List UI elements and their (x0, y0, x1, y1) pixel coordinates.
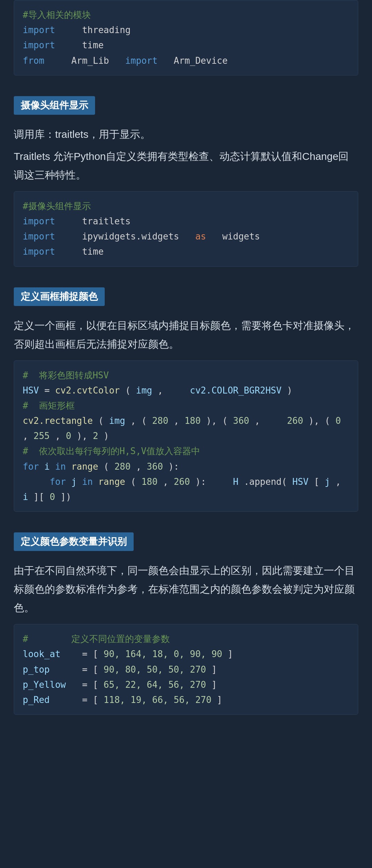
range-func-1: range (71, 461, 98, 472)
frame-section-header: 定义画框捕捉颜色 (14, 287, 105, 306)
append-text: .append( (244, 477, 287, 487)
p-yellow-values: 65, 22, 64, 56, 270 (104, 680, 206, 690)
paren-1: ( (125, 385, 131, 396)
color-section-header: 定义颜色参数变量并识别 (14, 532, 134, 551)
j-var: j (71, 477, 77, 487)
p-red-close: ] (217, 695, 223, 705)
rect-comma-1: , ( (131, 416, 147, 426)
num-2: 2 (93, 431, 99, 441)
num-360: 360 (233, 416, 249, 426)
rect-paren-close: ) (104, 431, 109, 441)
camera-comment-text: #摄像头组件显示 (23, 201, 91, 211)
p-top-close: ] (211, 664, 217, 675)
range-comment-line: # 依次取出每行每列的H,S,V值放入容器中 (23, 443, 349, 459)
look-at-var: look_at (23, 649, 61, 659)
h-var: H (233, 477, 239, 487)
comma-1: , (157, 385, 184, 396)
import-kw-3: import (125, 55, 157, 66)
camera-code-comment: #摄像头组件显示 (23, 198, 349, 214)
var-comment-line: # 定义不同位置的变量参数 (23, 631, 349, 646)
hsv-var: HSV (23, 385, 39, 396)
comma-j: , (335, 477, 341, 487)
rect-comma-4: , (255, 416, 281, 426)
camera-code-block: #摄像头组件显示 import traitlets import ipywidg… (14, 191, 358, 267)
rect-comment: # 画矩形框 (23, 400, 75, 411)
rect-comma-7: , (55, 431, 66, 441)
hsv-comment-line: # 将彩色图转成HSV (23, 368, 349, 383)
j-var-2: j (325, 477, 330, 487)
p-yellow-close: ] (211, 680, 217, 690)
p-top-values: 90, 80, 50, 50, 270 (104, 664, 206, 675)
range-paren-close-2: ): (195, 477, 228, 487)
p-red-var: p_Red (23, 695, 50, 705)
frame-header-text: 定义画框捕捉颜色 (21, 291, 98, 302)
for-i-line: for i in range ( 280 , 360 ): (23, 459, 349, 474)
threading-text: threading (61, 25, 131, 35)
arm-lib-text: Arm_Lib (50, 55, 120, 66)
bracket-1: [ (314, 477, 319, 487)
as-kw: as (195, 231, 206, 242)
camera-section-header: 摄像头组件显示 (14, 96, 95, 115)
import-time-line: import time (23, 38, 349, 53)
p-top-eq: = [ (82, 664, 98, 675)
range-paren-2: ( (131, 477, 136, 487)
time-text: time (61, 40, 104, 50)
top-comment: #导入相关的模块 (23, 7, 349, 22)
p-yellow-line: p_Yellow = [ 65, 22, 64, 56, 270 ] (23, 677, 349, 692)
import-ipywidgets-line: import ipywidgets.widgets as widgets (23, 229, 349, 244)
num-260-2: 260 (174, 477, 190, 487)
hsv-var-2: HSV (292, 477, 309, 487)
range-comma-1: , (136, 461, 147, 472)
var-comment: # 定义不同位置的变量参数 (23, 634, 170, 644)
frame-section: 定义画框捕捉颜色 定义一个画框，以便在目标区域内捕捉目标颜色，需要将色卡对准摄像… (14, 277, 358, 512)
bracket-3: ]) (61, 492, 71, 502)
p-yellow-spaces (71, 680, 77, 690)
from-line: from Arm_Lib import Arm_Device (23, 53, 349, 68)
ipywidgets-text: ipywidgets.widgets (61, 231, 190, 242)
top-code-block: #导入相关的模块 import threading import time fr… (14, 0, 358, 75)
import-kw-2: import (23, 40, 55, 50)
p-yellow-var: p_Yellow (23, 680, 66, 690)
camera-text-1: 调用库：traitlets，用于显示。 (14, 125, 358, 144)
look-at-close: ] (228, 649, 233, 659)
p-yellow-eq: = [ (82, 680, 98, 690)
import-traitlets-line: import traitlets (23, 214, 349, 229)
rect-comma-6: , (23, 431, 33, 441)
rect-comment-line: # 画矩形框 (23, 398, 349, 413)
p-red-spaces (55, 695, 77, 705)
look-at-line: look_at = [ 90, 164, 18, 0, 90, 90 ] (23, 646, 349, 662)
paren-close-1: ) (287, 385, 292, 396)
traitlets-text: traitlets (61, 216, 131, 226)
num-0-1: 0 (335, 416, 341, 426)
range-paren-close-1: ): (168, 461, 179, 472)
color-text: 由于在不同自然环境下，同一颜色会由显示上的区别，因此需要建立一个目标颜色的参数标… (14, 561, 358, 617)
top-section: #导入相关的模块 import threading import time fr… (14, 0, 358, 75)
for-j-line: for j in range ( 180 , 260 ): H .append(… (23, 474, 349, 504)
color-section: 定义颜色参数变量并识别 由于在不同自然环境下，同一颜色会由显示上的区别，因此需要… (14, 522, 358, 715)
look-at-spaces (66, 649, 76, 659)
for-kw-1: for (23, 461, 39, 472)
num-0-3: 0 (50, 492, 55, 502)
in-kw-1: in (55, 461, 66, 472)
rect-paren-open: ( (98, 416, 104, 426)
import-kw-1: import (23, 25, 55, 35)
time2-text: time (61, 246, 104, 257)
i-var-2: i (23, 492, 28, 502)
rect-comma-5: ), ( (309, 416, 330, 426)
frame-text: 定义一个画框，以便在目标区域内捕捉目标颜色，需要将色卡对准摄像头，否则超出画框后… (14, 316, 358, 354)
rect-comma-2: , (174, 416, 184, 426)
range-func-2: range (98, 477, 125, 487)
for-kw-2: for (50, 477, 66, 487)
i-var: i (44, 461, 50, 472)
num-360-2: 360 (147, 461, 163, 472)
indent (23, 477, 44, 487)
camera-text-2: Traitlets 允许Python自定义类拥有类型检查、动态计算默认值和Cha… (14, 147, 358, 184)
num-260: 260 (287, 416, 303, 426)
import-kw-4: import (23, 216, 55, 226)
p-top-line: p_top = [ 90, 80, 50, 50, 270 ] (23, 662, 349, 677)
color-header-text: 定义颜色参数变量并识别 (21, 536, 127, 547)
rectangle-line: cv2.rectangle ( img , ( 280 , 180 ), ( 3… (23, 413, 349, 443)
cvt-color-line: HSV = cv2.cvtColor ( img , cv2.COLOR_BGR… (23, 383, 349, 398)
rect-comma-3: ), ( (206, 416, 228, 426)
import-time2-line: import time (23, 244, 349, 259)
